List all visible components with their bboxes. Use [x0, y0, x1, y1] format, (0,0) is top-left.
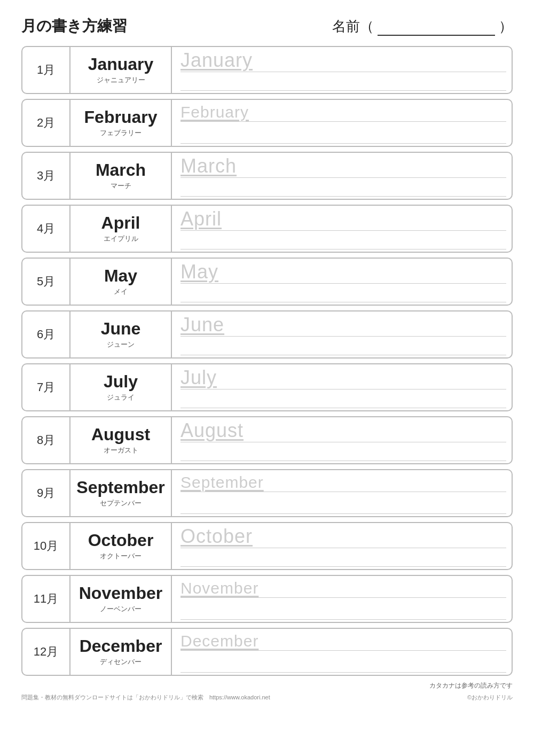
guide-text: July: [180, 367, 217, 389]
guide-text: April: [180, 208, 222, 230]
write-line-2[interactable]: [180, 494, 506, 514]
month-row: 12月DecemberディセンバーDecember: [21, 628, 513, 676]
page-title: 月の書き方練習: [21, 16, 127, 36]
month-english: April: [101, 214, 140, 232]
footer-left: 問題集・教材の無料ダウンロードサイトは「おかわりドリル」で検索 https://…: [21, 693, 270, 702]
month-row: 10月OctoberオクトーバーOctober: [21, 522, 513, 570]
month-katakana: ジュライ: [107, 393, 135, 402]
guide-text: December: [180, 632, 258, 650]
month-english: May: [104, 267, 137, 285]
month-katakana: メイ: [114, 287, 128, 297]
write-area[interactable]: March: [172, 153, 512, 199]
month-katakana: ノーベンバー: [100, 604, 142, 614]
write-line-2[interactable]: [180, 550, 506, 567]
month-name-cell: Novemberノーベンバー: [70, 576, 172, 622]
write-line-2[interactable]: [180, 445, 506, 461]
month-name-cell: Julyジュライ: [70, 364, 172, 410]
month-number: 12月: [22, 629, 70, 675]
page-header: 月の書き方練習 名前（ ）: [21, 16, 513, 36]
guide-text: October: [180, 525, 253, 548]
write-area[interactable]: December: [172, 629, 512, 675]
footer-note: カタカナは参考の読み方です: [21, 681, 513, 690]
write-line-1[interactable]: November: [180, 578, 506, 598]
guide-text: January: [180, 49, 253, 72]
guide-text: June: [180, 314, 224, 336]
months-list: 1月JanuaryジャニュアリーJanuary2月FebruaryフェブラリーF…: [21, 46, 513, 676]
write-line-2[interactable]: [180, 600, 506, 620]
write-line-1[interactable]: May: [180, 261, 506, 284]
month-row: 11月NovemberノーベンバーNovember: [21, 575, 513, 623]
write-area[interactable]: August: [172, 417, 512, 463]
month-english: December: [80, 637, 162, 656]
write-line-1[interactable]: August: [180, 419, 506, 442]
month-number: 1月: [22, 47, 70, 93]
guide-text: August: [180, 419, 244, 442]
month-row: 8月AugustオーガストAugust: [21, 416, 513, 464]
month-english: January: [88, 55, 154, 74]
month-english: October: [88, 531, 154, 550]
month-katakana: マーチ: [111, 181, 131, 191]
write-line-2[interactable]: [180, 392, 506, 408]
month-katakana: セプテンバー: [100, 498, 142, 508]
month-row: 5月MayメイMay: [21, 258, 513, 306]
write-area[interactable]: April: [172, 206, 512, 252]
write-line-1[interactable]: July: [180, 367, 506, 389]
footer-right: ©おかわりドリル: [467, 693, 513, 702]
month-katakana: ジャニュアリー: [97, 75, 145, 85]
write-area[interactable]: October: [172, 523, 512, 569]
month-name-cell: Octoberオクトーバー: [70, 523, 172, 569]
month-katakana: エイプリル: [104, 234, 138, 244]
month-number: 6月: [22, 311, 70, 357]
month-number: 8月: [22, 417, 70, 463]
month-name-cell: Septemberセプテンバー: [70, 470, 172, 516]
month-name-cell: Marchマーチ: [70, 153, 172, 199]
name-field: 名前（ ）: [332, 17, 513, 36]
month-row: 7月JulyジュライJuly: [21, 363, 513, 411]
write-area[interactable]: September: [172, 470, 512, 516]
write-line-2[interactable]: [180, 74, 506, 91]
month-english: November: [79, 584, 163, 603]
month-number: 10月: [22, 523, 70, 569]
guide-text: March: [180, 155, 237, 177]
month-row: 9月SeptemberセプテンバーSeptember: [21, 469, 513, 517]
write-line-2[interactable]: [180, 124, 506, 144]
write-line-1[interactable]: September: [180, 472, 506, 492]
write-line-2[interactable]: [180, 233, 506, 250]
write-line-1[interactable]: April: [180, 208, 506, 231]
write-line-2[interactable]: [180, 286, 506, 302]
guide-text: May: [180, 261, 218, 283]
guide-text: November: [180, 579, 258, 597]
month-name-cell: Decemberディセンバー: [70, 629, 172, 675]
write-line-2[interactable]: [180, 339, 506, 355]
write-area[interactable]: January: [172, 47, 512, 93]
month-katakana: フェブラリー: [100, 128, 142, 138]
write-area[interactable]: May: [172, 259, 512, 305]
month-number: 2月: [22, 100, 70, 146]
write-area[interactable]: June: [172, 311, 512, 357]
month-katakana: オクトーバー: [100, 551, 142, 561]
write-area[interactable]: July: [172, 364, 512, 410]
month-row: 2月FebruaryフェブラリーFebruary: [21, 99, 513, 147]
footer-bottom: 問題集・教材の無料ダウンロードサイトは「おかわりドリル」で検索 https://…: [21, 693, 513, 702]
month-name-cell: Aprilエイプリル: [70, 206, 172, 252]
month-name-cell: Januaryジャニュアリー: [70, 47, 172, 93]
write-area[interactable]: February: [172, 100, 512, 146]
month-name-cell: Juneジューン: [70, 311, 172, 357]
month-number: 9月: [22, 470, 70, 516]
month-name-cell: Februaryフェブラリー: [70, 100, 172, 146]
month-number: 5月: [22, 259, 70, 305]
write-line-1[interactable]: February: [180, 102, 506, 122]
month-row: 3月MarchマーチMarch: [21, 152, 513, 200]
write-line-1[interactable]: October: [180, 525, 506, 548]
month-english: February: [84, 108, 158, 127]
write-line-2[interactable]: [180, 180, 506, 197]
month-english: August: [91, 425, 150, 444]
write-area[interactable]: November: [172, 576, 512, 622]
write-line-1[interactable]: March: [180, 155, 506, 178]
write-line-1[interactable]: December: [180, 631, 506, 651]
write-line-1[interactable]: January: [180, 49, 506, 72]
write-line-1[interactable]: June: [180, 314, 506, 337]
month-row: 6月JuneジューンJune: [21, 310, 513, 358]
write-line-2[interactable]: [180, 653, 506, 673]
month-row: 1月JanuaryジャニュアリーJanuary: [21, 46, 513, 94]
